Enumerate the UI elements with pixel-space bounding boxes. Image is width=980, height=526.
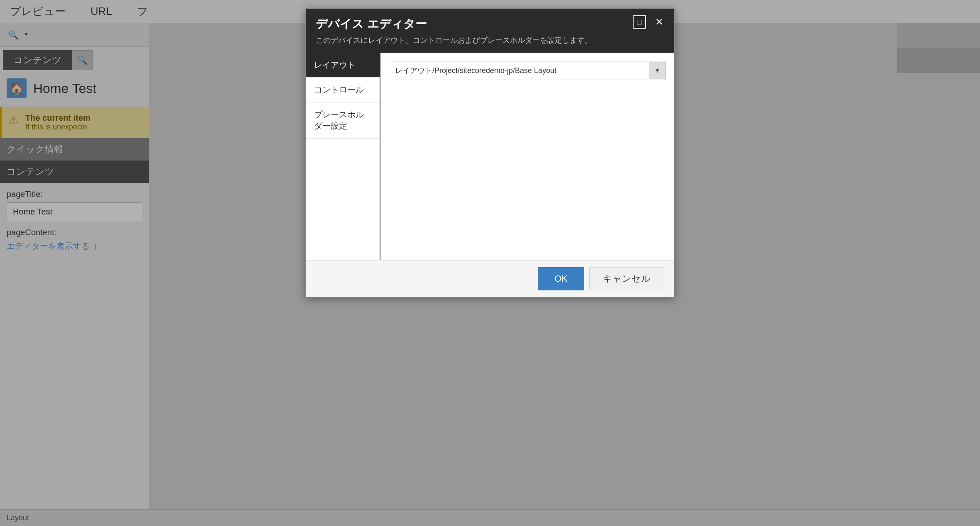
modal-footer: OK キャンセル [306,260,674,297]
modal-content: レイアウト/Project/sitecoredemo-jp/Base Layou… [380,53,674,260]
modal-title: デバイス エディター [316,16,664,32]
modal-overlay: デバイス エディター このデバイスにレイアウト、コントロールおよびプレースホルダ… [0,0,980,526]
maximize-button[interactable]: □ [633,15,646,29]
modal-header-actions: □ ✕ [633,15,666,29]
modal-subtitle: このデバイスにレイアウト、コントロールおよびプレースホルダーを設定します。 [316,35,664,45]
nav-item-placeholder[interactable]: プレースホルダー設定 [306,102,380,139]
modal-nav: レイアウト コントロール プレースホルダー設定 [306,53,380,260]
nav-item-controls[interactable]: コントロール [306,78,380,102]
layout-select-value: レイアウト/Project/sitecoredemo-jp/Base Layou… [389,61,649,80]
layout-select[interactable]: レイアウト/Project/sitecoredemo-jp/Base Layou… [389,61,666,80]
layout-dropdown-arrow[interactable]: ▼ [649,62,666,79]
ok-button[interactable]: OK [538,267,584,290]
modal-body: レイアウト コントロール プレースホルダー設定 レイアウト/Project/si… [306,53,674,260]
modal-header: デバイス エディター このデバイスにレイアウト、コントロールおよびプレースホルダ… [306,9,674,53]
cancel-button[interactable]: キャンセル [589,267,664,290]
close-button[interactable]: ✕ [653,15,666,29]
device-editor-modal: デバイス エディター このデバイスにレイアウト、コントロールおよびプレースホルダ… [305,8,675,297]
nav-item-layout[interactable]: レイアウト [306,53,380,78]
